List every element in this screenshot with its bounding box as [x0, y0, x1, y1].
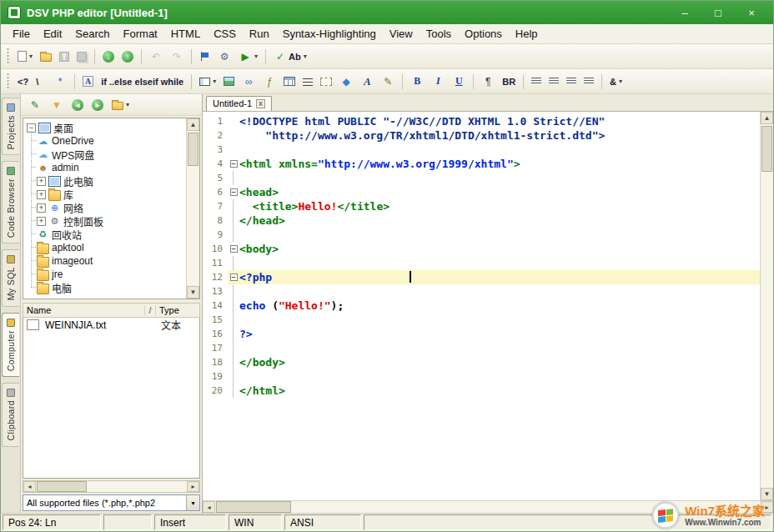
menu-search[interactable]: Search — [68, 25, 116, 43]
fold-collapse-icon[interactable]: − — [230, 160, 238, 168]
tree-item-apktool[interactable]: apktool — [23, 241, 186, 254]
minimize-button[interactable]: – — [675, 7, 695, 19]
insert-script-button[interactable]: ƒ — [259, 72, 279, 92]
align-left-button[interactable] — [528, 72, 545, 92]
side-tab-my-sql[interactable]: My SQL — [2, 249, 19, 306]
file-filter-combo[interactable]: All supported files (*.php,*.php2 ▾ — [23, 494, 200, 511]
code-line-8[interactable]: 8</head> — [203, 213, 760, 228]
scroll-track[interactable] — [187, 131, 199, 286]
scroll-thumb[interactable] — [37, 481, 87, 492]
scroll-thumb[interactable] — [188, 133, 199, 166]
tab-close-icon[interactable]: x — [256, 99, 265, 108]
menu-help[interactable]: Help — [509, 25, 545, 43]
php-syntax-check-button[interactable] — [196, 47, 214, 67]
insert-link-button[interactable]: ∞ — [239, 72, 259, 92]
menu-view[interactable]: View — [383, 25, 420, 43]
edit-file-button[interactable]: ✎ — [25, 95, 45, 115]
code-line-19[interactable]: 19 — [203, 369, 760, 384]
code-line-20[interactable]: 20</html> — [203, 384, 760, 398]
align-right-button[interactable] — [563, 72, 580, 92]
open-file-button[interactable] — [37, 47, 55, 67]
font-button[interactable]: A — [357, 72, 377, 92]
tree-item-item[interactable]: 电脑 — [23, 281, 186, 294]
side-tab-code-browser[interactable]: Code Browser — [2, 161, 19, 243]
html-entities-button[interactable]: &▾ — [606, 72, 626, 92]
spell-check-button[interactable]: ✓Ab▾ — [270, 47, 310, 67]
undo-button[interactable]: ↶ — [146, 47, 166, 67]
insert-form-button[interactable] — [317, 72, 335, 92]
menu-format[interactable]: Format — [117, 25, 164, 43]
code-editor[interactable]: 1<!DOCTYPE html PUBLIC "-//W3C//DTD XHTM… — [203, 112, 760, 500]
bold-button[interactable]: B — [407, 72, 427, 92]
expander-plus-icon[interactable]: + — [37, 203, 46, 213]
debug-button[interactable]: ⚙ — [214, 47, 234, 67]
tree-item-item[interactable]: +此电脑 — [23, 174, 186, 188]
panel-horizontal-scrollbar[interactable]: ◂ ▸ — [23, 480, 200, 493]
run-button[interactable]: ▶▾ — [235, 47, 261, 67]
code-line-10[interactable]: 10−<body> — [203, 242, 760, 256]
expander-plus-icon[interactable]: + — [37, 217, 46, 226]
parent-folder-button[interactable]: ▾ — [108, 95, 133, 115]
tree-item-onedrive[interactable]: ☁OneDrive — [23, 134, 186, 148]
menu-html[interactable]: HTML — [164, 25, 207, 43]
editor-tab-untitled-1[interactable]: Untitled-1 x — [206, 96, 272, 111]
editor-vertical-scrollbar[interactable]: ▲ ▼ — [760, 112, 773, 500]
if-else-elseif-while-button[interactable]: if ..else elseif while — [98, 72, 187, 92]
code-line-14[interactable]: 14echo ("Hello!"); — [203, 299, 760, 313]
scroll-thumb[interactable] — [761, 126, 772, 172]
file-row-weinnjia-txt[interactable]: WEINNJIA.txt文本 — [23, 318, 199, 332]
tree-item-wps[interactable]: ☁WPS网盘 — [23, 148, 186, 161]
menu-css[interactable]: CSS — [207, 25, 243, 43]
code-line-6[interactable]: 6−<head> — [203, 185, 760, 199]
align-center-button[interactable] — [545, 72, 562, 92]
code-line-13[interactable]: 13 — [203, 284, 760, 299]
code-line-12[interactable]: 12−<?php — [203, 270, 760, 284]
fold-collapse-icon[interactable]: − — [230, 188, 238, 196]
menu-run[interactable]: Run — [243, 25, 276, 43]
filter-button[interactable]: ▼ — [47, 95, 67, 115]
expander-plus-icon[interactable]: + — [37, 190, 46, 199]
tree-item-item[interactable]: +库 — [23, 188, 186, 201]
align-justify-button[interactable] — [580, 72, 597, 92]
tree-item-item[interactable]: ♻回收站 — [23, 228, 186, 241]
tree-vertical-scrollbar[interactable]: ▲ ▼ — [186, 118, 199, 299]
menu-edit[interactable]: Edit — [37, 25, 68, 43]
code-line-11[interactable]: 11 — [203, 256, 760, 270]
menu-options[interactable]: Options — [458, 25, 509, 43]
line-break-button[interactable]: BR — [499, 72, 519, 92]
scroll-track[interactable] — [761, 124, 773, 488]
column-header-type[interactable]: Type — [159, 305, 196, 315]
tree-item-jre[interactable]: jre — [23, 268, 186, 281]
code-templates-button[interactable]: * — [50, 72, 70, 92]
style-edit-button[interactable]: ✎ — [378, 72, 398, 92]
tree-item-admin[interactable]: ☻admin — [23, 161, 186, 174]
menu-syntax-highlighting[interactable]: Syntax-Highlighting — [276, 25, 383, 43]
anchor-tag-button[interactable]: A — [79, 72, 97, 92]
insert-table-button[interactable] — [280, 72, 299, 92]
special-char-button[interactable]: ◆ — [336, 72, 356, 92]
fold-collapse-icon[interactable]: − — [230, 245, 238, 253]
scroll-thumb[interactable] — [216, 501, 291, 513]
code-line-4[interactable]: 4−<html xmlns="http://www.w3.org/1999/xh… — [203, 157, 760, 171]
redo-button[interactable]: ↷ — [167, 47, 187, 67]
maximize-button[interactable]: □ — [708, 7, 728, 19]
code-line-5[interactable]: 5 — [203, 171, 760, 185]
scroll-up-icon[interactable]: ▲ — [761, 112, 773, 124]
ftp-download-button[interactable]: ↓ — [99, 47, 118, 67]
code-line-7[interactable]: 7 <title>Hello!</title> — [203, 199, 760, 213]
code-line-18[interactable]: 18</body> — [203, 355, 760, 369]
insert-list-button[interactable] — [299, 72, 316, 92]
combo-dropdown-icon[interactable]: ▾ — [186, 495, 199, 510]
expander-plus-icon[interactable]: + — [37, 177, 46, 186]
menu-file[interactable]: File — [6, 25, 37, 43]
sort-indicator[interactable]: / — [144, 305, 156, 315]
scroll-down-icon[interactable]: ▼ — [761, 488, 773, 500]
tree-item-imageout[interactable]: imageout — [23, 254, 186, 268]
insert-image-button[interactable] — [220, 72, 238, 92]
scroll-down-icon[interactable]: ▼ — [187, 286, 199, 299]
side-tab-computer[interactable]: Computer — [2, 313, 19, 377]
column-header-name[interactable]: Name — [27, 305, 141, 315]
ftp-upload-button[interactable]: ↑ — [118, 47, 137, 67]
scroll-left-icon[interactable]: ◂ — [203, 501, 215, 513]
save-button[interactable] — [56, 47, 73, 67]
